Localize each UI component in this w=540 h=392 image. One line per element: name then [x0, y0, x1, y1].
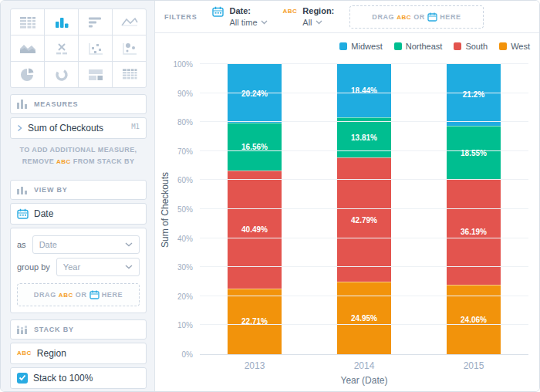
abc-token: ABC: [17, 350, 32, 357]
legend-item-northeast[interactable]: Northeast: [394, 42, 443, 51]
region-filter[interactable]: ABC Region: All: [283, 5, 335, 29]
calendar-icon: [212, 6, 224, 17]
pivot-table-icon: [121, 68, 138, 82]
stack-by-icon: [17, 325, 28, 334]
bars-container: 20.24%16.56%40.49%22.71%18.44%13.81%42.7…: [200, 64, 528, 354]
legend-swatch: [339, 42, 347, 50]
chart-type-pie[interactable]: [11, 62, 44, 87]
legend-label: South: [465, 42, 488, 51]
gridline: [200, 208, 528, 209]
segment-value-label: 40.49%: [241, 225, 268, 234]
bar-segment-south[interactable]: 42.79%: [337, 157, 391, 282]
plot: 20.24%16.56%40.49%22.71%18.44%13.81%42.7…: [200, 64, 528, 355]
stacked-bar-2013[interactable]: 20.24%16.56%40.49%22.71%: [228, 64, 282, 354]
filters-drop-zone[interactable]: DRAG ABC OR HERE: [349, 5, 483, 29]
x-axis-title: Year (Date): [200, 375, 528, 386]
chart-type-x[interactable]: [45, 35, 78, 61]
chart-type-donut[interactable]: [45, 62, 78, 87]
calendar-icon: [17, 208, 29, 219]
chart-type-horizontal-bars[interactable]: [79, 9, 112, 35]
group-by-label: group by: [17, 262, 50, 272]
chart-type-pivot-table[interactable]: [113, 62, 146, 87]
line-chart-icon: [120, 15, 139, 29]
chart-type-bubble[interactable]: [113, 35, 146, 61]
group-by-select[interactable]: Year: [56, 258, 140, 276]
chart-type-scatter[interactable]: [79, 35, 112, 61]
gridline: [200, 93, 528, 93]
view-by-section-header[interactable]: VIEW BY: [10, 180, 147, 200]
bar-chart-icon: [53, 15, 70, 29]
hint-tail: FROM STACK BY: [73, 157, 135, 165]
stack-by-field[interactable]: ABC Region: [10, 343, 147, 364]
chart-type-bars-selected[interactable]: [45, 9, 78, 35]
measure-item[interactable]: Sum of Checkouts M1: [10, 117, 147, 139]
stack-to-100-label: Stack to 100%: [33, 373, 93, 384]
bar-segment-northeast[interactable]: 16.56%: [228, 123, 282, 171]
x-tick-label: 2015: [419, 360, 528, 371]
filters-label: FILTERS: [164, 13, 197, 21]
chevron-down-icon: [316, 20, 322, 25]
y-tick-label: 50%: [177, 205, 193, 214]
bar-segment-midwest[interactable]: 18.44%: [337, 64, 391, 117]
bar-segment-south[interactable]: 36.19%: [447, 179, 501, 284]
date-filter[interactable]: Date: All time: [212, 5, 267, 29]
chevron-down-icon: [261, 20, 268, 25]
legend-item-south[interactable]: South: [454, 42, 488, 51]
drop-drag-text: DRAG: [372, 13, 394, 21]
as-select-value: Date: [39, 240, 57, 249]
view-by-field[interactable]: Date: [10, 203, 147, 225]
stacked-bar-2015[interactable]: 21.2%18.55%36.19%24.06%: [447, 64, 501, 354]
stack-by-field-label: Region: [37, 348, 66, 359]
main-panel: FILTERS Date: All time ABC Region: All: [155, 1, 539, 391]
calendar-icon: [89, 290, 100, 299]
stack-by-section-header[interactable]: STACK BY: [10, 319, 147, 340]
legend-label: Northeast: [406, 42, 443, 51]
measures-section-header[interactable]: MEASURES: [10, 94, 147, 114]
chart-type-treemap[interactable]: [79, 62, 112, 87]
hint-remove: REMOVE: [22, 157, 54, 165]
legend-swatch: [394, 42, 402, 50]
stack-to-100-checkbox[interactable]: [17, 373, 28, 384]
date-filter-value: All time: [229, 17, 257, 29]
filters-bar: FILTERS Date: All time ABC Region: All: [155, 1, 539, 33]
as-select[interactable]: Date: [32, 235, 140, 254]
bar-slot: 18.44%13.81%42.79%24.95%: [309, 64, 419, 354]
y-tick-label: 90%: [177, 89, 193, 97]
legend: MidwestNortheastSouthWest: [339, 42, 530, 51]
bar-segment-south[interactable]: 40.49%: [228, 171, 282, 288]
bar-segment-northeast[interactable]: 18.55%: [447, 126, 501, 180]
legend-swatch: [454, 42, 461, 50]
measure-badge: M1: [131, 123, 140, 130]
chart-type-area[interactable]: [11, 35, 44, 61]
chart-type-table[interactable]: [11, 9, 44, 35]
drop-here-text: HERE: [440, 13, 461, 21]
y-tick-label: 10%: [177, 321, 193, 329]
gridline: [200, 121, 528, 122]
group-by-select-value: Year: [63, 262, 80, 272]
x-axis-ticks: 201320142015: [200, 360, 528, 371]
view-by-drop-zone[interactable]: DRAG ABC OR HERE: [17, 283, 140, 306]
measure-label: Sum of Checkouts: [28, 123, 103, 133]
bar-segment-west[interactable]: 22.71%: [228, 289, 282, 354]
legend-item-midwest[interactable]: Midwest: [339, 42, 382, 51]
bubble-chart-icon: [121, 42, 138, 56]
as-label: as: [17, 240, 26, 249]
chart-area: MidwestNortheastSouthWest Sum of Checkou…: [155, 33, 539, 391]
region-filter-name: Region:: [302, 5, 334, 17]
area-chart-icon: [19, 42, 37, 56]
x-tick-label: 2014: [309, 360, 419, 371]
abc-token: ABC: [283, 8, 298, 29]
measures-icon: [17, 100, 28, 109]
legend-item-west[interactable]: West: [499, 42, 530, 51]
scatter-plot-icon: [87, 42, 104, 56]
chart-type-line[interactable]: [113, 9, 146, 35]
bar-segment-northeast[interactable]: 13.81%: [337, 117, 391, 157]
bar-segment-midwest[interactable]: 20.24%: [228, 64, 282, 123]
abc-token: ABC: [59, 292, 73, 299]
segment-value-label: 18.44%: [351, 86, 377, 95]
stacked-bar-2014[interactable]: 18.44%13.81%42.79%24.95%: [337, 64, 391, 354]
bar-segment-midwest[interactable]: 21.2%: [447, 64, 501, 126]
gridline: [200, 63, 528, 64]
stack-by-title: STACK BY: [34, 326, 74, 333]
bar-segment-west[interactable]: 24.95%: [337, 282, 391, 354]
